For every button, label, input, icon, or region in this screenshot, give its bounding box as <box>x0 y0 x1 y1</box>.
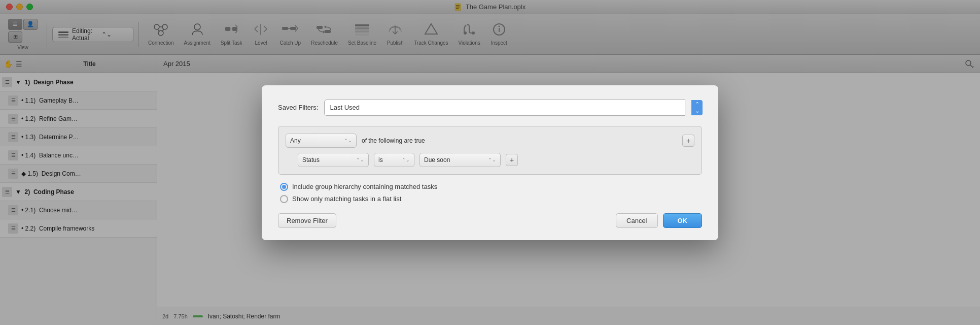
of-following-text: of the following are true <box>362 137 677 144</box>
radio-include-label: Include group hierarchy containing match… <box>292 183 437 190</box>
op-arrow: ⌃⌄ <box>402 157 410 162</box>
filter-dialog-overlay: Saved Filters: Last Used ⌃⌄ Any ⌃⌄ of th… <box>0 0 980 325</box>
ok-button[interactable]: OK <box>663 213 703 228</box>
modal-buttons: Remove Filter Cancel OK <box>278 213 702 228</box>
value-arrow: ⌃⌄ <box>488 157 496 162</box>
saved-filters-row: Saved Filters: Last Used ⌃⌄ <box>278 100 702 116</box>
radio-flat-label: Show only matching tasks in a flat list <box>292 195 401 203</box>
condition-op-value: is <box>378 156 383 164</box>
any-select[interactable]: Any ⌃⌄ <box>286 134 357 148</box>
add-condition-group-button[interactable]: + <box>682 135 694 147</box>
remove-filter-button[interactable]: Remove Filter <box>278 213 336 228</box>
main-area: ✋ ☰ Title ☰ ▼ 1) Design Phase ☰ • 1.1) G… <box>0 55 980 325</box>
radio-include-group[interactable] <box>280 183 288 191</box>
saved-filters-label: Saved Filters: <box>278 104 318 111</box>
filter-any-row: Any ⌃⌄ of the following are true + <box>286 134 694 148</box>
saved-filters-select[interactable]: Last Used <box>324 100 685 116</box>
saved-filters-value: Last Used <box>330 104 360 111</box>
add-condition-button[interactable]: + <box>506 154 518 166</box>
field-arrow: ⌃⌄ <box>356 157 364 162</box>
radio-flat-list[interactable] <box>280 195 288 203</box>
condition-value-select[interactable]: Due soon ⌃⌄ <box>419 153 501 167</box>
condition-field-select[interactable]: Status ⌃⌄ <box>298 153 369 167</box>
radio-options-section: Include group hierarchy containing match… <box>278 183 702 203</box>
filter-conditions-section: Any ⌃⌄ of the following are true + Statu… <box>278 126 702 175</box>
saved-filters-arrows[interactable]: ⌃⌄ <box>691 100 703 115</box>
filter-dialog: Saved Filters: Last Used ⌃⌄ Any ⌃⌄ of th… <box>262 85 718 240</box>
condition-value-text: Due soon <box>424 156 450 164</box>
any-arrow: ⌃⌄ <box>344 138 352 143</box>
cancel-button[interactable]: Cancel <box>616 213 657 228</box>
condition-op-select[interactable]: is ⌃⌄ <box>374 153 414 167</box>
any-label: Any <box>290 137 301 144</box>
condition-field-value: Status <box>302 156 320 164</box>
radio-row-include: Include group hierarchy containing match… <box>280 183 700 191</box>
filter-condition-row: Status ⌃⌄ is ⌃⌄ Due soon ⌃⌄ + <box>286 153 694 167</box>
radio-row-flat: Show only matching tasks in a flat list <box>280 195 700 203</box>
